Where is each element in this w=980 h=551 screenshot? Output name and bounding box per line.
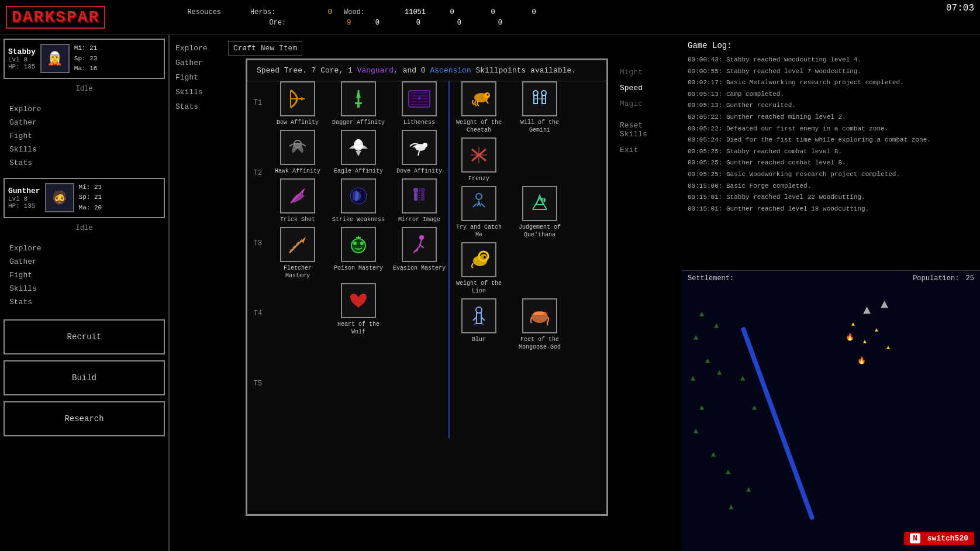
r2-value: 0 bbox=[478, 8, 508, 16]
trick-shot-label: Trick Shot bbox=[280, 216, 315, 223]
skill-menu-speed[interactable]: Speed bbox=[620, 80, 667, 96]
char1-name: Stabby bbox=[8, 47, 36, 56]
nav1-fight[interactable]: Fight bbox=[9, 129, 159, 143]
game-log-title: Game Log: bbox=[688, 41, 974, 50]
mirror-image-icon bbox=[402, 178, 437, 213]
log-entry: 00:05:25: Stabby reached combat level 8. bbox=[688, 147, 974, 157]
svg-rect-57 bbox=[477, 313, 481, 323]
skill-trick-shot[interactable]: Trick Shot bbox=[268, 178, 327, 223]
nav1-skills[interactable]: Skills bbox=[9, 143, 159, 156]
skill-bow-affinity[interactable]: Bow Affinity bbox=[268, 81, 327, 126]
svg-point-19 bbox=[423, 143, 427, 147]
try-catch-icon bbox=[461, 186, 496, 221]
log-entry: 00:15:00: Basic Forge completed. bbox=[688, 181, 974, 192]
skill-try-catch-me[interactable]: Try and Catch Me bbox=[450, 186, 508, 239]
build-button[interactable]: Build bbox=[4, 360, 165, 395]
skill-heart-of-the-wolf[interactable]: Heart of the Wolf bbox=[329, 283, 388, 336]
skill-litheness[interactable]: ⚡ Litheness bbox=[390, 81, 448, 126]
skill-tree-mid: , and 0 bbox=[394, 66, 430, 75]
nav1-stats[interactable]: Stats bbox=[9, 156, 159, 170]
map-tree: ▲ bbox=[711, 450, 716, 459]
svg-point-35 bbox=[419, 235, 424, 240]
mid-nav-fight[interactable]: Fight bbox=[175, 70, 222, 85]
mid-nav-gather[interactable]: Gather bbox=[175, 56, 222, 70]
r4-value: 0 bbox=[363, 19, 392, 27]
mid-nav-stats[interactable]: Stats bbox=[175, 99, 222, 114]
skill-hawk-affinity[interactable]: Hawk Affinity bbox=[268, 130, 327, 175]
char2-name: Gunther bbox=[8, 187, 40, 195]
svg-point-17 bbox=[356, 139, 361, 144]
bow-affinity-label: Bow Affinity bbox=[277, 119, 319, 126]
nav2-fight[interactable]: Fight bbox=[9, 268, 159, 282]
char1-mi: Mi: 21 bbox=[74, 43, 98, 54]
frenzy-icon bbox=[461, 137, 496, 173]
research-button[interactable]: Research bbox=[4, 401, 165, 436]
nav1-explore[interactable]: Explore bbox=[9, 102, 159, 116]
skill-blur[interactable]: Blur bbox=[450, 298, 508, 351]
settlement-header: Settlement: Population: 25 bbox=[682, 271, 980, 286]
char1-level: Lvl 8 bbox=[8, 56, 36, 63]
svg-marker-2 bbox=[301, 97, 305, 101]
svg-point-56 bbox=[476, 307, 482, 313]
clock: 07:03 bbox=[946, 3, 974, 13]
mid-nav-skills[interactable]: Skills bbox=[175, 85, 222, 99]
skill-frenzy[interactable]: Frenzy bbox=[450, 137, 508, 182]
skill-mirror-image[interactable]: Mirror Image bbox=[390, 178, 448, 223]
skill-dagger-affinity[interactable]: Dagger Affinity bbox=[329, 81, 388, 126]
skill-row-t1-left: Bow Affinity Dagger Affinity bbox=[268, 81, 448, 126]
resources-title: Resouces bbox=[187, 8, 221, 16]
nav2-gather[interactable]: Gather bbox=[9, 255, 159, 268]
skill-menu-reset[interactable]: Reset Skills bbox=[620, 118, 667, 142]
resource-row-bottom: Ore: 9 0 0 0 0 bbox=[187, 19, 548, 27]
char2-portrait[interactable]: 🧔 bbox=[45, 183, 74, 212]
skill-gemini[interactable]: Will of the Gemini bbox=[510, 81, 569, 134]
skill-evasion-mastery[interactable]: Evasion Mastery bbox=[390, 227, 448, 280]
right-skill-columns: Weight of the Cheetah Will of the Gemini bbox=[450, 81, 569, 438]
char2-ma: Ma: 20 bbox=[79, 203, 102, 213]
left-skill-columns: Bow Affinity Dagger Affinity bbox=[268, 81, 450, 438]
cheetah-label: Weight of the Cheetah bbox=[453, 119, 505, 134]
lion-icon bbox=[461, 242, 496, 277]
skill-dove-affinity[interactable]: Dove Affinity bbox=[390, 130, 448, 175]
r5-value: 0 bbox=[403, 19, 433, 27]
mirror-image-label: Mirror Image bbox=[398, 216, 440, 223]
skill-strike-weakness[interactable]: Strike Weakness bbox=[329, 178, 388, 223]
svg-point-38 bbox=[487, 94, 489, 96]
skill-judgement[interactable]: Judgement of Que'thana bbox=[510, 186, 569, 239]
skill-lion[interactable]: Weight of the Lion bbox=[450, 242, 508, 295]
recruit-button[interactable]: Recruit bbox=[4, 319, 165, 354]
frenzy-label: Frenzy bbox=[468, 175, 489, 182]
character-card-stabby: Stabby Lvl 8 HP: 135 🧝 Mi: 21 Sp: 23 Ma:… bbox=[4, 39, 165, 79]
svg-point-23 bbox=[413, 188, 418, 192]
log-entry: 00:15:01: Stabby reached level 22 woodcu… bbox=[688, 192, 974, 203]
nav2-explore[interactable]: Explore bbox=[9, 242, 159, 255]
craft-new-item-button[interactable]: Craft New Item bbox=[228, 41, 302, 56]
nav2-stats[interactable]: Stats bbox=[9, 295, 159, 309]
skill-menu-exit[interactable]: Exit bbox=[620, 142, 667, 158]
char1-portrait[interactable]: 🧝 bbox=[40, 44, 70, 73]
mid-nav-explore[interactable]: Explore bbox=[175, 41, 222, 56]
population-info: Population: 25 bbox=[913, 274, 974, 283]
skill-row-t5-right: Blur Feet of the Mongoose-God bbox=[450, 298, 569, 351]
skill-poison-mastery[interactable]: Poison Mastery bbox=[329, 227, 388, 280]
map-tent: ▲ bbox=[886, 345, 890, 351]
skill-fletcher-mastery[interactable]: Fletcher Mastery bbox=[268, 227, 327, 280]
map-tree: ▲ bbox=[691, 374, 695, 383]
skill-cheetah[interactable]: Weight of the Cheetah bbox=[450, 81, 508, 134]
char2-stats: Mi: 23 Sp: 21 Ma: 20 bbox=[79, 182, 102, 213]
map-tree: ▲ bbox=[693, 426, 698, 436]
mongoose-icon bbox=[522, 298, 557, 333]
skill-row-t1-right: Weight of the Cheetah Will of the Gemini bbox=[450, 81, 569, 134]
svg-point-32 bbox=[360, 242, 364, 245]
svg-text:⚡: ⚡ bbox=[417, 95, 421, 103]
skill-eagle-affinity[interactable]: Eagle Affinity bbox=[329, 130, 388, 175]
litheness-label: Litheness bbox=[403, 119, 435, 126]
skill-row-t3-left: Trick Shot Strike Weakness bbox=[268, 178, 448, 223]
nav2-skills[interactable]: Skills bbox=[9, 282, 159, 295]
heart-wolf-label: Heart of the Wolf bbox=[332, 321, 385, 336]
nav1-gather[interactable]: Gather bbox=[9, 116, 159, 129]
evasion-mastery-label: Evasion Mastery bbox=[393, 264, 446, 272]
map-tree: ▲ bbox=[729, 502, 733, 512]
skill-mongoose[interactable]: Feet of the Mongoose-God bbox=[510, 298, 569, 351]
map-river bbox=[740, 326, 815, 521]
